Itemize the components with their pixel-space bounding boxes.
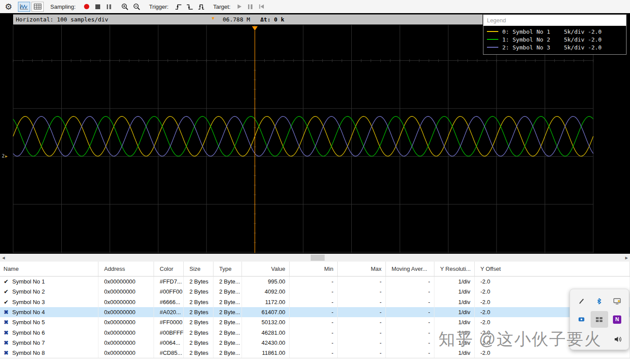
scroll-right-arrow-icon[interactable]: ▶: [623, 254, 630, 262]
column-header-moving-aver[interactable]: Moving Aver...: [386, 262, 434, 276]
watermark-text: 知乎 @这小伙子要火: [438, 328, 602, 350]
disabled-cross-icon[interactable]: ✖: [3, 309, 10, 315]
pen-icon[interactable]: [573, 293, 591, 309]
cursor-triangle-icon[interactable]: [252, 26, 258, 31]
falling-edge-icon: [186, 4, 193, 10]
cell-size: 2 Bytes: [184, 327, 214, 337]
cell-min: -: [290, 348, 338, 358]
cell-color: #0064...: [154, 338, 184, 348]
table-view-button[interactable]: [32, 2, 44, 12]
cell-address: 0x00000000: [98, 297, 154, 307]
waveform-view-button[interactable]: [18, 2, 30, 12]
cell-value: 46281.00: [242, 327, 290, 337]
target-reset-button[interactable]: [259, 4, 264, 9]
cell-type: 2 Byte...: [214, 307, 242, 317]
target-run-button[interactable]: [237, 4, 242, 9]
symbol-name: Symbol No 1: [12, 278, 45, 285]
cell-min: -: [290, 327, 338, 337]
cell-moving_avg: -: [386, 317, 434, 327]
target-label: Target:: [213, 4, 231, 10]
record-button[interactable]: [84, 4, 89, 9]
zoom-out-button[interactable]: [133, 3, 140, 10]
display-icon[interactable]: [608, 293, 626, 309]
table-row[interactable]: ✖Symbol No 40x00000000#A020...2 Bytes2 B…: [0, 307, 630, 317]
cell-max: -: [338, 348, 386, 358]
keyboard-grid-icon[interactable]: [591, 311, 609, 328]
cell-moving_avg: -: [386, 338, 434, 348]
enabled-check-icon[interactable]: ✔: [3, 288, 10, 295]
bluetooth-icon[interactable]: [591, 293, 609, 309]
table-row[interactable]: ✔Symbol No 30x00000000#6666...2 Bytes2 B…: [0, 297, 630, 307]
sampling-label: Sampling:: [50, 4, 76, 10]
table-header: NameAddressColorSizeTypeValueMinMaxMovin…: [0, 262, 630, 276]
cell-color: #FF0000: [154, 317, 184, 327]
cell-y_resolution: 1/div: [434, 317, 475, 327]
channel-2-marker[interactable]: 2 ▶: [2, 153, 7, 159]
zoom-in-button[interactable]: [121, 3, 129, 10]
column-header-size[interactable]: Size: [184, 262, 214, 276]
cell-y_offset: -2.0: [475, 276, 630, 287]
disabled-cross-icon[interactable]: ✖: [3, 340, 10, 346]
table-row[interactable]: ✔Symbol No 20x00000000#00FF002 Bytes2 By…: [0, 287, 630, 297]
play-icon: [237, 4, 242, 9]
onenote-letter: N: [613, 315, 621, 324]
cell-moving_avg: -: [386, 276, 434, 287]
legend-panel[interactable]: Legend 0: Symbol No 15k/div -2.01: Symbo…: [483, 14, 626, 55]
pause-sampling-button[interactable]: [107, 4, 111, 9]
cell-type: 2 Byte...: [214, 348, 242, 358]
symbol-name: Symbol No 2: [12, 288, 45, 295]
legend-entry: 2: Symbol No 35k/div -2.0: [483, 43, 626, 51]
trigger-falling-edge-button[interactable]: [186, 4, 193, 10]
table-icon: [34, 4, 42, 10]
column-header-name[interactable]: Name: [0, 262, 98, 276]
disabled-cross-icon[interactable]: ✖: [3, 350, 10, 356]
disabled-cross-icon[interactable]: ✖: [3, 319, 10, 326]
column-header-max[interactable]: Max: [338, 262, 386, 276]
horizontal-scale-label: Horizontal: 100 samples/div: [16, 14, 108, 24]
cursor-marker-icon[interactable]: ▼: [212, 16, 214, 21]
app-icon[interactable]: [573, 311, 591, 328]
column-header-address[interactable]: Address: [98, 262, 154, 276]
column-header-type[interactable]: Type: [214, 262, 242, 276]
cell-size: 2 Bytes: [184, 338, 214, 348]
cell-value: 11861.00: [242, 348, 290, 358]
column-header-y-offset[interactable]: Y Offset: [475, 262, 630, 276]
column-header-y-resoluti[interactable]: Y Resoluti...: [434, 262, 475, 276]
cell-y_resolution: 1/div: [434, 276, 475, 287]
zoom-in-icon: [121, 3, 129, 10]
symbol-name-cell: ✖Symbol No 5: [0, 317, 98, 327]
cell-max: -: [338, 297, 386, 307]
both-edges-icon: [198, 4, 205, 10]
volume-icon[interactable]: [614, 336, 623, 344]
trigger-rising-edge-button[interactable]: [175, 4, 182, 10]
enabled-check-icon[interactable]: ✔: [3, 299, 10, 305]
scrollbar-thumb[interactable]: [311, 255, 325, 261]
scope-header-bar: Horizontal: 100 samples/div ▼ 06.788 M Δ…: [13, 14, 483, 24]
cell-size: 2 Bytes: [184, 307, 214, 317]
table-row[interactable]: ✔Symbol No 10x00000000#FFD7...2 Bytes2 B…: [0, 276, 630, 287]
cell-color: #00BFFF: [154, 327, 184, 337]
cell-max: -: [338, 287, 386, 297]
symbol-name-cell: ✔Symbol No 1: [0, 276, 98, 287]
oscilloscope-display[interactable]: Horizontal: 100 samples/div ▼ 06.788 M Δ…: [0, 13, 630, 254]
symbol-name-cell: ✖Symbol No 6: [0, 327, 98, 337]
stop-button[interactable]: [95, 4, 100, 9]
legend-color-line-icon: [487, 39, 498, 40]
cell-address: 0x00000000: [98, 327, 154, 337]
onenote-icon[interactable]: N: [608, 311, 626, 328]
column-header-value[interactable]: Value: [242, 262, 290, 276]
target-halt-button[interactable]: [248, 4, 252, 9]
cell-min: -: [290, 307, 338, 317]
column-header-color[interactable]: Color: [154, 262, 184, 276]
cell-type: 2 Byte...: [214, 317, 242, 327]
scroll-left-arrow-icon[interactable]: ◀: [0, 254, 7, 262]
table-row[interactable]: ✖Symbol No 50x00000000#FF00002 Bytes2 By…: [0, 317, 630, 327]
cell-color: #6666...: [154, 297, 184, 307]
settings-gear-icon[interactable]: ⚙: [5, 3, 12, 11]
enabled-check-icon[interactable]: ✔: [3, 278, 10, 285]
horizontal-scrollbar[interactable]: ◀ ▶: [0, 254, 630, 262]
disabled-cross-icon[interactable]: ✖: [3, 329, 10, 336]
trigger-both-edges-button[interactable]: [198, 4, 205, 10]
column-header-min[interactable]: Min: [290, 262, 338, 276]
cell-max: -: [338, 276, 386, 287]
